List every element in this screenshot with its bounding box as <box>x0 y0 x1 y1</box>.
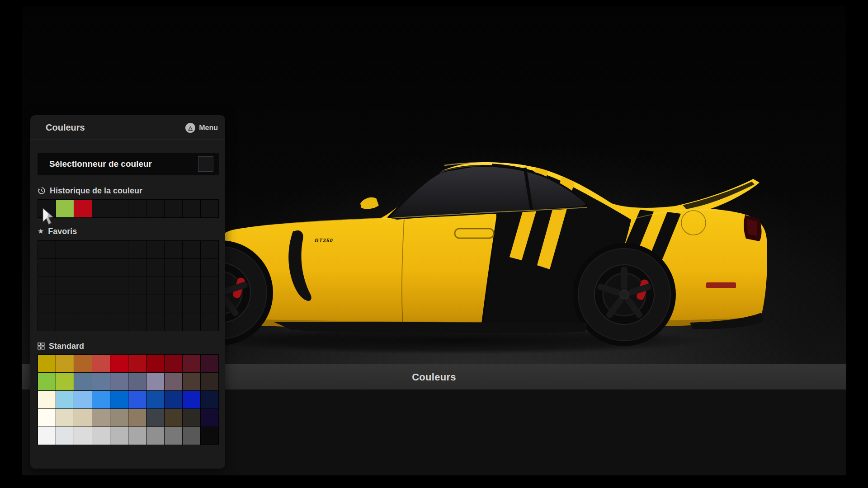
standard-swatch[interactable] <box>146 373 164 390</box>
history-swatch[interactable] <box>92 200 110 217</box>
standard-swatch[interactable] <box>128 391 146 408</box>
standard-swatch[interactable] <box>183 355 200 372</box>
standard-swatch[interactable] <box>92 427 110 445</box>
standard-swatch[interactable] <box>38 427 56 445</box>
standard-swatch[interactable] <box>56 409 74 427</box>
favorite-swatch[interactable] <box>128 259 146 277</box>
standard-swatch[interactable] <box>74 373 92 390</box>
standard-swatch[interactable] <box>38 391 56 408</box>
favorite-swatch[interactable] <box>110 313 128 331</box>
standard-swatch[interactable] <box>110 427 128 445</box>
standard-swatch[interactable] <box>201 355 218 372</box>
standard-swatch[interactable] <box>165 427 182 445</box>
standard-swatch[interactable] <box>201 373 218 390</box>
favorite-swatch[interactable] <box>38 277 56 295</box>
history-swatch[interactable] <box>110 200 128 217</box>
standard-swatch[interactable] <box>183 409 200 427</box>
favorite-swatch[interactable] <box>146 241 164 258</box>
standard-swatch[interactable] <box>92 355 110 372</box>
favorite-swatch[interactable] <box>38 313 56 331</box>
favorite-swatch[interactable] <box>183 313 200 331</box>
standard-swatch[interactable] <box>92 373 110 390</box>
favorite-swatch[interactable] <box>56 277 74 295</box>
favorite-swatch[interactable] <box>56 241 74 258</box>
standard-swatch[interactable] <box>110 373 128 390</box>
standard-swatch[interactable] <box>74 355 92 372</box>
standard-swatch[interactable] <box>128 355 146 372</box>
favorite-swatch[interactable] <box>128 277 146 295</box>
standard-swatch[interactable] <box>146 355 164 372</box>
standard-swatch[interactable] <box>165 391 182 408</box>
favorite-swatch[interactable] <box>165 313 182 331</box>
standard-swatch[interactable] <box>128 373 146 390</box>
favorite-swatch[interactable] <box>110 241 128 258</box>
favorite-swatch[interactable] <box>110 259 128 277</box>
standard-swatch[interactable] <box>38 355 56 372</box>
favorite-swatch[interactable] <box>92 277 110 295</box>
history-swatch[interactable] <box>74 200 92 217</box>
standard-swatch[interactable] <box>201 391 218 408</box>
favorite-swatch[interactable] <box>38 259 56 277</box>
standard-swatch[interactable] <box>74 409 92 427</box>
favorite-swatch[interactable] <box>74 313 92 331</box>
favorite-swatch[interactable] <box>128 295 146 313</box>
favorite-swatch[interactable] <box>38 295 56 313</box>
standard-swatch[interactable] <box>110 355 128 372</box>
standard-swatch[interactable] <box>74 427 92 445</box>
standard-swatch[interactable] <box>92 391 110 408</box>
favorite-swatch[interactable] <box>183 277 200 295</box>
favorite-swatch[interactable] <box>110 295 128 313</box>
history-swatch[interactable] <box>146 200 164 217</box>
history-swatch[interactable] <box>201 200 218 217</box>
standard-swatch[interactable] <box>128 427 146 445</box>
favorite-swatch[interactable] <box>146 277 164 295</box>
favorite-swatch[interactable] <box>146 259 164 277</box>
standard-swatch[interactable] <box>128 409 146 427</box>
standard-swatch[interactable] <box>183 427 200 445</box>
favorite-swatch[interactable] <box>201 295 218 313</box>
standard-swatch[interactable] <box>165 409 182 427</box>
favorite-swatch[interactable] <box>74 295 92 313</box>
history-swatch[interactable] <box>128 200 146 217</box>
standard-swatch[interactable] <box>165 373 182 390</box>
favorite-swatch[interactable] <box>201 241 218 258</box>
standard-swatch[interactable] <box>56 355 74 372</box>
favorite-swatch[interactable] <box>201 259 218 277</box>
history-swatch[interactable] <box>165 200 182 217</box>
standard-swatch[interactable] <box>146 409 164 427</box>
favorite-swatch[interactable] <box>128 241 146 258</box>
standard-swatch[interactable] <box>56 391 74 408</box>
standard-swatch[interactable] <box>74 391 92 408</box>
favorite-swatch[interactable] <box>74 259 92 277</box>
standard-swatch[interactable] <box>146 427 164 445</box>
standard-swatch[interactable] <box>165 355 182 372</box>
standard-swatch[interactable] <box>146 391 164 408</box>
standard-swatch[interactable] <box>56 427 74 445</box>
color-selector-row[interactable]: Sélectionneur de couleur <box>38 153 219 175</box>
standard-swatch[interactable] <box>38 409 56 427</box>
standard-swatch[interactable] <box>201 427 218 445</box>
favorite-swatch[interactable] <box>92 295 110 313</box>
favorite-swatch[interactable] <box>201 277 218 295</box>
standard-swatch[interactable] <box>110 409 128 427</box>
standard-swatch[interactable] <box>110 391 128 408</box>
favorite-swatch[interactable] <box>201 313 218 331</box>
history-swatch[interactable] <box>56 200 74 217</box>
standard-swatch[interactable] <box>38 373 56 390</box>
favorite-swatch[interactable] <box>165 277 182 295</box>
favorite-swatch[interactable] <box>92 241 110 258</box>
standard-swatch[interactable] <box>183 391 200 408</box>
menu-button[interactable]: △ Menu <box>185 122 218 134</box>
favorite-swatch[interactable] <box>110 277 128 295</box>
favorite-swatch[interactable] <box>165 241 182 258</box>
favorite-swatch[interactable] <box>38 241 56 258</box>
favorite-swatch[interactable] <box>74 241 92 258</box>
standard-swatch[interactable] <box>56 373 74 390</box>
history-swatch[interactable] <box>183 200 200 217</box>
favorite-swatch[interactable] <box>92 259 110 277</box>
standard-swatch[interactable] <box>201 409 218 427</box>
favorite-swatch[interactable] <box>165 259 182 277</box>
favorite-swatch[interactable] <box>183 241 200 258</box>
favorite-swatch[interactable] <box>146 313 164 331</box>
favorite-swatch[interactable] <box>146 295 164 313</box>
